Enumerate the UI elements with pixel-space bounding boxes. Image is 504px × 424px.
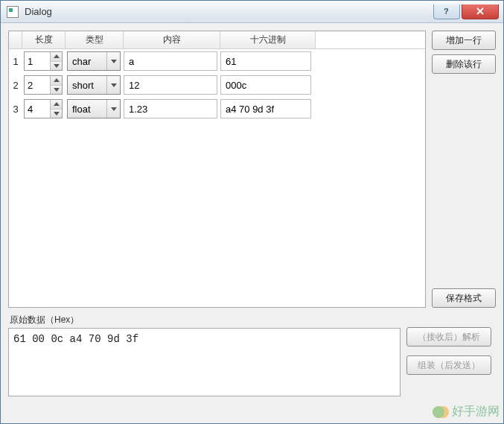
hex-input[interactable]: a4 70 9d 3f (220, 99, 311, 118)
svg-marker-8 (111, 83, 117, 87)
chevron-down-icon[interactable] (106, 52, 120, 70)
table-body: 11chara6122short12000c34float1.23a4 70 9… (9, 49, 425, 121)
table-row[interactable]: 22short12000c (9, 73, 425, 97)
dialog-window: Dialog ? 长度 类型 内容 十六进制 11chara6122short1… (0, 0, 504, 424)
delete-row-button[interactable]: 删除该行 (432, 54, 496, 74)
length-value[interactable]: 1 (25, 52, 50, 70)
length-spinner[interactable]: 4 (24, 99, 63, 118)
assemble-button[interactable]: 组装（后发送） (406, 355, 491, 375)
svg-marker-10 (54, 112, 60, 116)
svg-marker-3 (54, 54, 60, 58)
spin-up-icon[interactable] (51, 76, 62, 86)
length-spinner[interactable]: 2 (24, 75, 63, 95)
help-button[interactable]: ? (433, 4, 460, 19)
spin-up-icon[interactable] (51, 100, 62, 110)
add-row-button[interactable]: 增加一行 (432, 31, 496, 50)
row-index: 1 (9, 56, 22, 67)
row-index: 3 (9, 104, 22, 115)
length-cell: 2 (22, 75, 66, 95)
client-area: 长度 类型 内容 十六进制 11chara6122short12000c34fl… (1, 23, 503, 423)
type-cell: char (66, 51, 124, 72)
svg-marker-9 (54, 102, 60, 106)
type-cell: short (66, 75, 124, 95)
type-value: float (68, 100, 106, 118)
help-icon: ? (442, 7, 451, 16)
parse-button[interactable]: （接收后）解析 (406, 327, 491, 347)
side-buttons: 增加一行 删除该行 保存格式 (432, 31, 496, 308)
save-format-button[interactable]: 保存格式 (432, 288, 496, 308)
table-header: 长度 类型 内容 十六进制 (9, 31, 425, 49)
col-length[interactable]: 长度 (22, 31, 66, 48)
spin-up-icon[interactable] (51, 52, 62, 62)
svg-text:?: ? (444, 7, 449, 16)
type-combobox[interactable]: float (67, 99, 121, 118)
svg-marker-6 (54, 78, 60, 82)
chevron-down-icon[interactable] (106, 76, 120, 94)
hex-input[interactable]: 000c (220, 75, 311, 95)
lower-panel: 原始数据（Hex） 61 00 0c a4 70 9d 3f （接收后）解析 组… (8, 314, 496, 396)
raw-textarea[interactable]: 61 00 0c a4 70 9d 3f (8, 328, 401, 396)
app-icon (7, 6, 19, 18)
lower-buttons: （接收后）解析 组装（后发送） (406, 314, 496, 396)
spin-down-icon[interactable] (51, 62, 62, 71)
length-cell: 1 (22, 51, 66, 72)
content-input[interactable]: 1.23 (124, 99, 217, 118)
hex-input[interactable]: 61 (220, 51, 311, 71)
spin-down-icon[interactable] (51, 86, 62, 95)
svg-marker-5 (111, 60, 117, 63)
svg-marker-7 (54, 88, 60, 92)
window-title: Dialog (25, 6, 52, 17)
spin-down-icon[interactable] (51, 110, 62, 118)
col-index (9, 31, 22, 48)
length-value[interactable]: 2 (25, 76, 50, 94)
col-type[interactable]: 类型 (66, 31, 124, 48)
table-row[interactable]: 11chara61 (9, 49, 425, 73)
col-hex[interactable]: 十六进制 (220, 31, 316, 48)
type-combobox[interactable]: short (67, 75, 121, 95)
length-cell: 4 (22, 98, 66, 119)
titlebar[interactable]: Dialog ? (1, 1, 503, 23)
length-value[interactable]: 4 (25, 100, 50, 118)
content-input[interactable]: a (124, 51, 217, 71)
type-value: short (68, 76, 106, 94)
col-content[interactable]: 内容 (124, 31, 220, 48)
type-value: char (68, 52, 106, 70)
close-icon (476, 7, 485, 16)
row-index: 2 (9, 80, 22, 91)
type-cell: float (66, 98, 124, 119)
content-input[interactable]: 12 (124, 75, 217, 95)
svg-marker-4 (54, 64, 60, 68)
window-buttons: ? (433, 4, 503, 19)
length-spinner[interactable]: 1 (24, 51, 63, 71)
type-combobox[interactable]: char (67, 51, 121, 71)
svg-marker-11 (111, 107, 117, 111)
raw-label: 原始数据（Hex） (8, 314, 401, 326)
raw-wrap: 原始数据（Hex） 61 00 0c a4 70 9d 3f (8, 314, 401, 396)
close-button[interactable] (462, 4, 499, 19)
upper-panel: 长度 类型 内容 十六进制 11chara6122short12000c34fl… (8, 31, 496, 308)
data-table: 长度 类型 内容 十六进制 11chara6122short12000c34fl… (8, 31, 426, 308)
chevron-down-icon[interactable] (106, 100, 120, 118)
table-row[interactable]: 34float1.23a4 70 9d 3f (9, 97, 425, 121)
